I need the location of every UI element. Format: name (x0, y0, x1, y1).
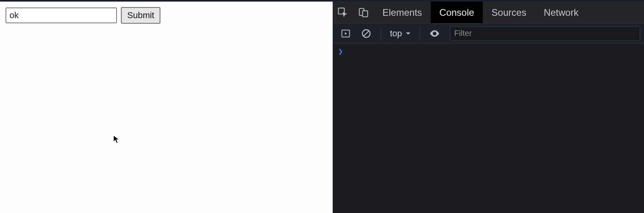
tab-sources[interactable]: Sources (483, 2, 535, 23)
svg-point-6 (433, 32, 435, 34)
tab-console[interactable]: Console (431, 2, 483, 23)
clear-console-icon[interactable] (357, 24, 375, 43)
console-body[interactable]: ❯ (333, 43, 644, 213)
inspect-element-icon[interactable] (333, 2, 353, 23)
submit-button[interactable]: Submit (121, 7, 160, 24)
svg-line-5 (364, 31, 369, 36)
execute-icon[interactable] (337, 24, 355, 43)
toolbar-separator (381, 27, 381, 40)
devtools-tabbar: Elements Console Sources Network (333, 2, 644, 24)
filter-container (450, 26, 640, 41)
console-toolbar: top (333, 24, 644, 43)
cursor-icon (113, 135, 121, 144)
live-expression-icon[interactable] (426, 24, 444, 43)
filter-input[interactable] (450, 26, 640, 41)
tab-elements[interactable]: Elements (374, 2, 431, 23)
context-label: top (390, 28, 402, 39)
tab-network[interactable]: Network (535, 2, 587, 23)
context-selector[interactable]: top (387, 28, 414, 39)
devtools-panel: Elements Console Sources Network top (333, 0, 644, 213)
page-viewport: Submit (0, 0, 333, 213)
device-toggle-icon[interactable] (353, 2, 374, 23)
toolbar-separator (420, 27, 420, 40)
chevron-down-icon (405, 31, 411, 36)
form-row: Submit (6, 7, 327, 24)
svg-rect-2 (363, 11, 368, 17)
text-input[interactable] (6, 7, 117, 23)
console-prompt-icon: ❯ (338, 47, 343, 56)
